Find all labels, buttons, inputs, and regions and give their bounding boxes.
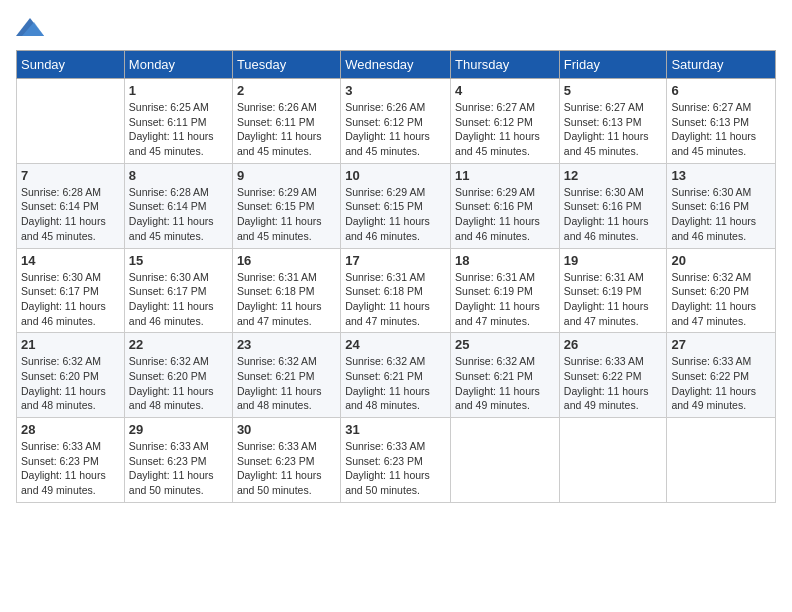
day-info: Sunrise: 6:33 AMSunset: 6:23 PMDaylight:…	[345, 439, 446, 498]
day-info: Sunrise: 6:25 AMSunset: 6:11 PMDaylight:…	[129, 100, 228, 159]
day-number: 20	[671, 253, 771, 268]
calendar-cell: 3Sunrise: 6:26 AMSunset: 6:12 PMDaylight…	[341, 79, 451, 164]
day-info: Sunrise: 6:26 AMSunset: 6:11 PMDaylight:…	[237, 100, 336, 159]
page-header	[16, 16, 776, 38]
day-number: 8	[129, 168, 228, 183]
calendar-cell: 27Sunrise: 6:33 AMSunset: 6:22 PMDayligh…	[667, 333, 776, 418]
day-number: 31	[345, 422, 446, 437]
day-info: Sunrise: 6:28 AMSunset: 6:14 PMDaylight:…	[129, 185, 228, 244]
calendar-cell	[559, 418, 667, 503]
logo	[16, 16, 48, 38]
calendar-week-row: 14Sunrise: 6:30 AMSunset: 6:17 PMDayligh…	[17, 248, 776, 333]
day-info: Sunrise: 6:32 AMSunset: 6:20 PMDaylight:…	[129, 354, 228, 413]
day-number: 2	[237, 83, 336, 98]
day-info: Sunrise: 6:33 AMSunset: 6:22 PMDaylight:…	[564, 354, 663, 413]
day-number: 30	[237, 422, 336, 437]
header-day-monday: Monday	[124, 51, 232, 79]
day-info: Sunrise: 6:30 AMSunset: 6:16 PMDaylight:…	[671, 185, 771, 244]
day-number: 1	[129, 83, 228, 98]
day-number: 25	[455, 337, 555, 352]
header-day-tuesday: Tuesday	[232, 51, 340, 79]
day-info: Sunrise: 6:31 AMSunset: 6:19 PMDaylight:…	[564, 270, 663, 329]
day-info: Sunrise: 6:31 AMSunset: 6:18 PMDaylight:…	[237, 270, 336, 329]
day-number: 12	[564, 168, 663, 183]
day-info: Sunrise: 6:30 AMSunset: 6:17 PMDaylight:…	[129, 270, 228, 329]
logo-icon	[16, 16, 44, 38]
calendar-cell: 25Sunrise: 6:32 AMSunset: 6:21 PMDayligh…	[451, 333, 560, 418]
day-info: Sunrise: 6:33 AMSunset: 6:23 PMDaylight:…	[237, 439, 336, 498]
header-day-friday: Friday	[559, 51, 667, 79]
day-info: Sunrise: 6:31 AMSunset: 6:18 PMDaylight:…	[345, 270, 446, 329]
day-info: Sunrise: 6:32 AMSunset: 6:20 PMDaylight:…	[21, 354, 120, 413]
calendar-cell: 5Sunrise: 6:27 AMSunset: 6:13 PMDaylight…	[559, 79, 667, 164]
calendar-cell: 6Sunrise: 6:27 AMSunset: 6:13 PMDaylight…	[667, 79, 776, 164]
day-number: 11	[455, 168, 555, 183]
day-number: 19	[564, 253, 663, 268]
day-number: 6	[671, 83, 771, 98]
calendar-cell: 11Sunrise: 6:29 AMSunset: 6:16 PMDayligh…	[451, 163, 560, 248]
calendar-week-row: 21Sunrise: 6:32 AMSunset: 6:20 PMDayligh…	[17, 333, 776, 418]
calendar-cell: 29Sunrise: 6:33 AMSunset: 6:23 PMDayligh…	[124, 418, 232, 503]
day-info: Sunrise: 6:29 AMSunset: 6:15 PMDaylight:…	[237, 185, 336, 244]
calendar-cell: 26Sunrise: 6:33 AMSunset: 6:22 PMDayligh…	[559, 333, 667, 418]
day-info: Sunrise: 6:31 AMSunset: 6:19 PMDaylight:…	[455, 270, 555, 329]
calendar-cell: 20Sunrise: 6:32 AMSunset: 6:20 PMDayligh…	[667, 248, 776, 333]
header-day-wednesday: Wednesday	[341, 51, 451, 79]
day-number: 13	[671, 168, 771, 183]
calendar-cell: 30Sunrise: 6:33 AMSunset: 6:23 PMDayligh…	[232, 418, 340, 503]
day-info: Sunrise: 6:27 AMSunset: 6:12 PMDaylight:…	[455, 100, 555, 159]
calendar-cell: 2Sunrise: 6:26 AMSunset: 6:11 PMDaylight…	[232, 79, 340, 164]
day-info: Sunrise: 6:33 AMSunset: 6:22 PMDaylight:…	[671, 354, 771, 413]
calendar-week-row: 28Sunrise: 6:33 AMSunset: 6:23 PMDayligh…	[17, 418, 776, 503]
calendar-cell: 21Sunrise: 6:32 AMSunset: 6:20 PMDayligh…	[17, 333, 125, 418]
calendar-table: SundayMondayTuesdayWednesdayThursdayFrid…	[16, 50, 776, 503]
calendar-week-row: 7Sunrise: 6:28 AMSunset: 6:14 PMDaylight…	[17, 163, 776, 248]
day-info: Sunrise: 6:33 AMSunset: 6:23 PMDaylight:…	[129, 439, 228, 498]
day-number: 21	[21, 337, 120, 352]
day-info: Sunrise: 6:27 AMSunset: 6:13 PMDaylight:…	[564, 100, 663, 159]
day-number: 10	[345, 168, 446, 183]
day-number: 27	[671, 337, 771, 352]
calendar-cell: 31Sunrise: 6:33 AMSunset: 6:23 PMDayligh…	[341, 418, 451, 503]
day-number: 22	[129, 337, 228, 352]
calendar-cell	[17, 79, 125, 164]
day-number: 17	[345, 253, 446, 268]
header-day-thursday: Thursday	[451, 51, 560, 79]
calendar-cell: 16Sunrise: 6:31 AMSunset: 6:18 PMDayligh…	[232, 248, 340, 333]
day-info: Sunrise: 6:32 AMSunset: 6:21 PMDaylight:…	[345, 354, 446, 413]
calendar-cell: 14Sunrise: 6:30 AMSunset: 6:17 PMDayligh…	[17, 248, 125, 333]
day-info: Sunrise: 6:29 AMSunset: 6:15 PMDaylight:…	[345, 185, 446, 244]
header-day-sunday: Sunday	[17, 51, 125, 79]
calendar-cell: 15Sunrise: 6:30 AMSunset: 6:17 PMDayligh…	[124, 248, 232, 333]
calendar-header-row: SundayMondayTuesdayWednesdayThursdayFrid…	[17, 51, 776, 79]
calendar-cell: 7Sunrise: 6:28 AMSunset: 6:14 PMDaylight…	[17, 163, 125, 248]
calendar-cell: 24Sunrise: 6:32 AMSunset: 6:21 PMDayligh…	[341, 333, 451, 418]
calendar-cell	[667, 418, 776, 503]
calendar-cell	[451, 418, 560, 503]
calendar-cell: 13Sunrise: 6:30 AMSunset: 6:16 PMDayligh…	[667, 163, 776, 248]
calendar-cell: 22Sunrise: 6:32 AMSunset: 6:20 PMDayligh…	[124, 333, 232, 418]
calendar-cell: 1Sunrise: 6:25 AMSunset: 6:11 PMDaylight…	[124, 79, 232, 164]
calendar-cell: 23Sunrise: 6:32 AMSunset: 6:21 PMDayligh…	[232, 333, 340, 418]
day-info: Sunrise: 6:26 AMSunset: 6:12 PMDaylight:…	[345, 100, 446, 159]
day-number: 28	[21, 422, 120, 437]
calendar-cell: 9Sunrise: 6:29 AMSunset: 6:15 PMDaylight…	[232, 163, 340, 248]
day-info: Sunrise: 6:30 AMSunset: 6:17 PMDaylight:…	[21, 270, 120, 329]
day-info: Sunrise: 6:27 AMSunset: 6:13 PMDaylight:…	[671, 100, 771, 159]
day-number: 9	[237, 168, 336, 183]
day-number: 3	[345, 83, 446, 98]
day-info: Sunrise: 6:28 AMSunset: 6:14 PMDaylight:…	[21, 185, 120, 244]
calendar-cell: 10Sunrise: 6:29 AMSunset: 6:15 PMDayligh…	[341, 163, 451, 248]
day-info: Sunrise: 6:32 AMSunset: 6:21 PMDaylight:…	[237, 354, 336, 413]
calendar-cell: 19Sunrise: 6:31 AMSunset: 6:19 PMDayligh…	[559, 248, 667, 333]
day-number: 18	[455, 253, 555, 268]
day-info: Sunrise: 6:32 AMSunset: 6:21 PMDaylight:…	[455, 354, 555, 413]
calendar-cell: 4Sunrise: 6:27 AMSunset: 6:12 PMDaylight…	[451, 79, 560, 164]
day-number: 16	[237, 253, 336, 268]
calendar-cell: 12Sunrise: 6:30 AMSunset: 6:16 PMDayligh…	[559, 163, 667, 248]
calendar-cell: 18Sunrise: 6:31 AMSunset: 6:19 PMDayligh…	[451, 248, 560, 333]
day-number: 15	[129, 253, 228, 268]
calendar-week-row: 1Sunrise: 6:25 AMSunset: 6:11 PMDaylight…	[17, 79, 776, 164]
day-number: 5	[564, 83, 663, 98]
day-number: 4	[455, 83, 555, 98]
